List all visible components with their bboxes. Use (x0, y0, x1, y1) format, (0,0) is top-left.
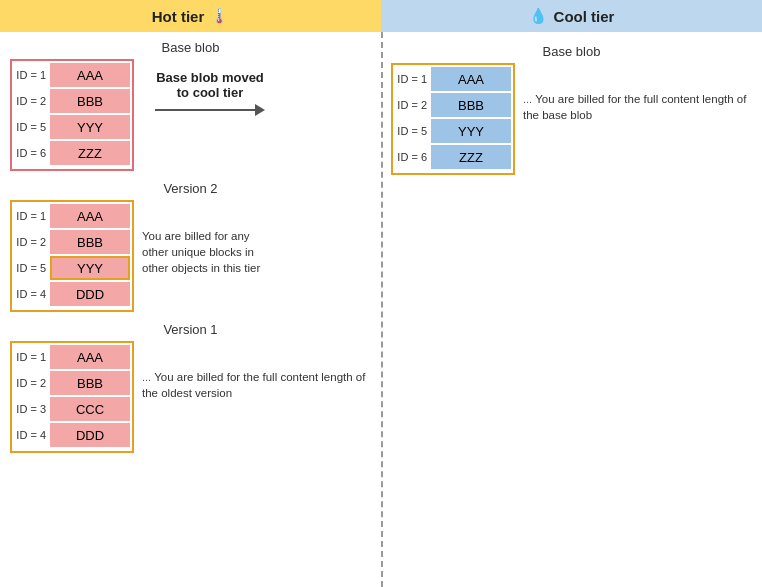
blob-row: ID = 5YYY (14, 256, 130, 280)
blob-row: ID = 3CCC (14, 397, 130, 421)
blob-cell: YYY (431, 119, 511, 143)
blob-row: ID = 1AAA (395, 67, 511, 91)
hot-icon: 🌡️ (210, 7, 229, 25)
blob-row: ID = 5YYY (14, 115, 130, 139)
blob-cell: BBB (50, 230, 130, 254)
hot-version1-title: Version 1 (10, 322, 371, 337)
hot-version2-title: Version 2 (10, 181, 371, 196)
blob-id-label: ID = 4 (14, 429, 50, 441)
blob-row: ID = 4DDD (14, 423, 130, 447)
blob-cell: AAA (431, 67, 511, 91)
blob-id-label: ID = 5 (14, 262, 50, 274)
arrow-head (255, 104, 265, 116)
arrow-shaft (155, 109, 255, 111)
hot-tier-header: Hot tier 🌡️ (0, 0, 381, 32)
blob-cell: BBB (431, 93, 511, 117)
blob-id-label: ID = 2 (14, 236, 50, 248)
blob-id-label: ID = 2 (14, 95, 50, 107)
hot-version1-table: ID = 1AAAID = 2BBBID = 3CCCID = 4DDD (10, 341, 134, 453)
blob-row: ID = 2BBB (395, 93, 511, 117)
arrow-line (155, 104, 265, 116)
blob-id-label: ID = 1 (14, 351, 50, 363)
blob-id-label: ID = 2 (14, 377, 50, 389)
blob-row: ID = 5YYY (395, 119, 511, 143)
blob-row: ID = 1AAA (14, 345, 130, 369)
blob-cell: ZZZ (431, 145, 511, 169)
main-content: Base blob ID = 1AAAID = 2BBBID = 5YYYID … (0, 32, 762, 587)
blob-cell: DDD (50, 282, 130, 306)
hot-label: Hot tier (152, 8, 205, 25)
blob-id-label: ID = 1 (395, 73, 431, 85)
hot-version1-section: Version 1 ID = 1AAAID = 2BBBID = 3CCCID … (10, 322, 371, 453)
blob-cell: DDD (50, 423, 130, 447)
cool-base-blob-note: You are billed for the full content leng… (523, 93, 746, 121)
blob-cell: AAA (50, 63, 130, 87)
hot-base-blob-title: Base blob (10, 40, 371, 55)
blob-id-label: ID = 2 (395, 99, 431, 111)
blob-cell: CCC (50, 397, 130, 421)
blob-row: ID = 4DDD (14, 282, 130, 306)
blob-cell: YYY (50, 256, 130, 280)
move-arrow-container: Base blob moved to cool tier (155, 70, 265, 116)
version1-note: You are billed for the full content leng… (142, 371, 365, 399)
blob-row: ID = 1AAA (14, 204, 130, 228)
blob-row: ID = 1AAA (14, 63, 130, 87)
blob-cell: ZZZ (50, 141, 130, 165)
blob-cell: AAA (50, 345, 130, 369)
blob-id-label: ID = 6 (14, 147, 50, 159)
blob-row: ID = 6ZZZ (14, 141, 130, 165)
blob-row: ID = 2BBB (14, 371, 130, 395)
blob-id-label: ID = 1 (14, 210, 50, 222)
cool-side: Base blob ID = 1AAAID = 2BBBID = 5YYYID … (381, 32, 762, 587)
cool-base-blob-section: Base blob ID = 1AAAID = 2BBBID = 5YYYID … (391, 44, 752, 175)
cool-icon: 💧 (529, 7, 548, 25)
blob-id-label: ID = 1 (14, 69, 50, 81)
cool-tier-header: 💧 Cool tier (381, 0, 762, 32)
cool-base-blob-table: ID = 1AAAID = 2BBBID = 5YYYID = 6ZZZ (391, 63, 515, 175)
blob-row: ID = 6ZZZ (395, 145, 511, 169)
blob-id-label: ID = 5 (14, 121, 50, 133)
cool-label: Cool tier (554, 8, 615, 25)
arrow-label: Base blob moved to cool tier (155, 70, 265, 100)
blob-id-label: ID = 4 (14, 288, 50, 300)
blob-id-label: ID = 6 (395, 151, 431, 163)
blob-cell: BBB (50, 89, 130, 113)
blob-id-label: ID = 3 (14, 403, 50, 415)
hot-side: Base blob ID = 1AAAID = 2BBBID = 5YYYID … (0, 32, 381, 587)
blob-cell: YYY (50, 115, 130, 139)
cool-base-blob-title: Base blob (391, 44, 752, 59)
blob-id-label: ID = 5 (395, 125, 431, 137)
version2-note: You are billed for any other unique bloc… (142, 228, 272, 276)
blob-row: ID = 2BBB (14, 230, 130, 254)
blob-row: ID = 2BBB (14, 89, 130, 113)
hot-version2-section: Version 2 ID = 1AAAID = 2BBBID = 5YYYID … (10, 181, 371, 312)
hot-version2-table: ID = 1AAAID = 2BBBID = 5YYYID = 4DDD (10, 200, 134, 312)
header: Hot tier 🌡️ 💧 Cool tier (0, 0, 762, 32)
blob-cell: BBB (50, 371, 130, 395)
blob-cell: AAA (50, 204, 130, 228)
